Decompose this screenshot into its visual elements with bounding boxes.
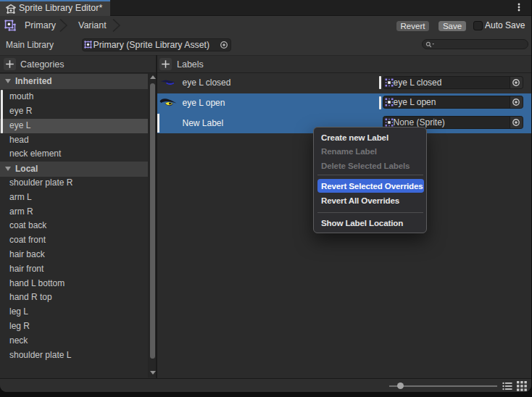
category-label: leg R <box>9 319 30 334</box>
category-item[interactable]: eye R <box>0 104 148 119</box>
category-override-indicator <box>1 90 3 133</box>
menu-item-revert-all-overrides[interactable]: Revert All Overrides <box>317 193 424 207</box>
main-library-object-value: Primary (Sprite Library Asset) <box>93 39 210 51</box>
category-label: hand R top <box>9 291 52 305</box>
category-group-inherited[interactable]: Inherited <box>0 74 148 89</box>
foldout-triangle-icon[interactable] <box>5 167 11 171</box>
menu-item-show-label-location[interactable]: Show Label Location <box>317 216 424 230</box>
breadcrumb-separator-icon <box>112 19 121 32</box>
category-label: hair back <box>9 248 45 262</box>
menu-item-revert-selected-overrides[interactable]: Revert Selected Overrides <box>317 179 424 193</box>
auto-save-checkbox[interactable] <box>473 21 483 30</box>
category-group-local[interactable]: Local <box>0 162 148 177</box>
menu-separator <box>317 212 423 213</box>
label-row[interactable]: eye L openeye L open <box>157 93 531 114</box>
categories-scrollbar[interactable] <box>148 73 157 377</box>
eye-open-sprite-thumbnail <box>159 96 177 111</box>
list-view-icon[interactable] <box>502 382 512 390</box>
picker-target-icon <box>512 98 520 106</box>
scrollbar-up-arrow-icon[interactable] <box>150 75 156 79</box>
sprite-library-variant-icon <box>4 20 16 31</box>
picker-target-icon <box>512 78 520 87</box>
scrollbar-down-arrow-icon[interactable] <box>150 371 156 375</box>
menu-item-create-new-label[interactable]: Create new Label <box>317 130 424 144</box>
category-label: leg L <box>9 305 28 319</box>
object-picker-icon[interactable] <box>510 117 523 128</box>
bottom-bar <box>0 378 531 392</box>
menu-item-rename-label: Rename Label <box>317 144 424 158</box>
breadcrumb-toolbar: Primary Variant Revert Save Auto Save <box>0 16 531 35</box>
breadcrumb-separator-icon <box>59 19 68 32</box>
category-item[interactable]: hand L bottom <box>0 277 148 291</box>
revert-button[interactable]: Revert <box>396 21 429 31</box>
breadcrumb-variant[interactable]: Variant <box>78 16 107 35</box>
override-indicator <box>379 76 381 89</box>
categories-list: Inheritedmoutheye Reye Lheadneck element… <box>0 73 148 377</box>
sprite-library-editor-window: Sprite Library Editor* <box>0 0 531 392</box>
category-item[interactable]: shoulder plate L <box>0 348 148 363</box>
category-item[interactable]: hair back <box>0 248 148 262</box>
context-menu: Create new LabelRename LabelDelete Selec… <box>313 127 427 233</box>
category-item[interactable]: coat front <box>0 233 148 248</box>
auto-save-label: Auto Save <box>485 16 525 35</box>
sprite-library-asset-icon <box>84 41 92 49</box>
category-item[interactable]: hair front <box>0 262 148 277</box>
category-item[interactable]: coat back <box>0 219 148 233</box>
category-label: hair front <box>9 262 43 277</box>
add-label-button[interactable] <box>159 58 172 70</box>
object-picker-icon[interactable] <box>510 77 523 88</box>
sprite-object-field[interactable]: eye L open <box>383 96 523 109</box>
plus-icon <box>4 58 16 70</box>
tab-sprite-library-editor[interactable]: Sprite Library Editor* <box>0 0 110 16</box>
category-label: eye R <box>9 104 32 119</box>
category-label: neck element <box>9 147 61 162</box>
category-item[interactable]: neck element <box>0 147 148 162</box>
object-picker-icon[interactable] <box>510 96 523 108</box>
menu-item-delete-selected-labels: Delete Selected Labels <box>317 159 424 172</box>
category-label: shoulder plate L <box>9 348 71 363</box>
object-picker-icon[interactable] <box>220 41 228 49</box>
category-item[interactable]: arm L <box>0 191 148 205</box>
category-item[interactable]: leg L <box>0 305 148 319</box>
panel-headers: Categories Labels <box>0 55 531 73</box>
category-label: hand L bottom <box>9 277 65 291</box>
foldout-triangle-icon[interactable] <box>5 79 11 83</box>
category-item[interactable]: shoulder plate R <box>0 176 148 191</box>
labels-header: Labels <box>177 56 204 73</box>
plus-icon <box>159 58 172 70</box>
save-button[interactable]: Save <box>439 21 466 31</box>
search-icon <box>425 41 435 49</box>
grid-view-icon[interactable] <box>517 381 527 391</box>
label-added-indicator <box>157 114 159 133</box>
category-label: coat back <box>9 219 46 233</box>
label-name: eye L open <box>183 93 225 114</box>
kebab-menu-icon[interactable] <box>515 2 523 14</box>
tab-title: Sprite Library Editor* <box>19 0 102 16</box>
main-library-row: Main Library Primary (Sprite Library Ass… <box>0 35 531 55</box>
sprite-object-field[interactable]: eye L closed <box>383 76 523 89</box>
category-label: Inherited <box>15 74 52 89</box>
thumbnail-zoom-slider-handle[interactable] <box>397 383 404 389</box>
sprite-icon <box>385 118 394 127</box>
category-item[interactable]: leg R <box>0 319 148 334</box>
sprite-library-editor-icon <box>5 3 17 14</box>
main-library-object-field[interactable]: Primary (Sprite Library Asset) <box>82 38 231 51</box>
category-item[interactable]: arm R <box>0 205 148 220</box>
search-input[interactable] <box>422 39 528 49</box>
category-item[interactable]: head <box>0 133 148 148</box>
scrollbar-thumb[interactable] <box>150 83 156 359</box>
category-item[interactable]: hand R top <box>0 291 148 305</box>
label-row[interactable]: eye L closedeye L closed <box>157 73 531 93</box>
sprite-object-value: eye L open <box>394 96 436 108</box>
add-category-button[interactable] <box>4 58 16 70</box>
category-item[interactable]: mouth <box>0 90 148 104</box>
category-label: arm L <box>9 191 32 205</box>
thumbnail-zoom-slider[interactable] <box>389 385 497 387</box>
categories-header: Categories <box>20 56 64 73</box>
category-item[interactable]: neck <box>0 334 148 348</box>
label-name: New Label <box>183 114 224 134</box>
category-item[interactable]: eye L <box>0 119 148 133</box>
sprite-icon <box>385 98 394 106</box>
category-label: shoulder plate R <box>9 176 72 191</box>
breadcrumb-primary[interactable]: Primary <box>25 16 56 35</box>
